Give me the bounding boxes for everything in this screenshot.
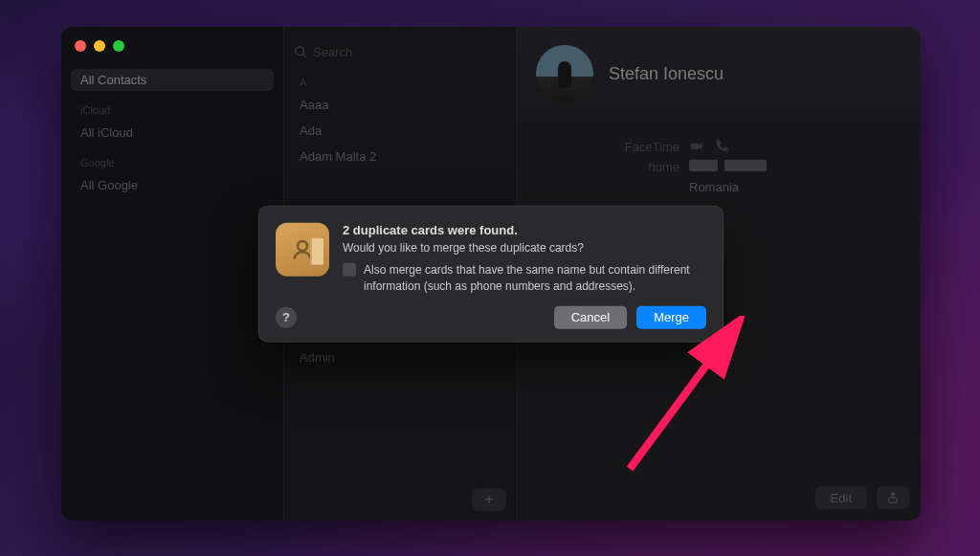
- merge-button[interactable]: Merge: [636, 305, 706, 328]
- groups-sidebar: All Contacts iCloud All iCloud Google Al…: [61, 27, 283, 521]
- also-merge-checkbox[interactable]: [343, 263, 356, 277]
- dialog-subtitle: Would you like to merge these duplicate …: [343, 241, 706, 255]
- svg-point-4: [298, 241, 307, 251]
- list-item[interactable]: Adam Malta 2: [284, 144, 516, 169]
- list-item[interactable]: Admin: [284, 345, 516, 370]
- avatar[interactable]: [536, 45, 593, 102]
- dialog-title: 2 duplicate cards were found.: [343, 223, 706, 237]
- list-item[interactable]: Ada: [284, 118, 516, 144]
- help-button[interactable]: ?: [276, 306, 297, 327]
- list-item[interactable]: [284, 181, 516, 192]
- close-window-button[interactable]: [75, 40, 86, 52]
- sidebar-item-all-contacts[interactable]: All Contacts: [71, 69, 274, 91]
- list-item[interactable]: [284, 169, 516, 181]
- minimize-window-button[interactable]: [94, 40, 105, 52]
- contact-name: Stefan Ionescu: [609, 64, 724, 84]
- contacts-app-icon: [276, 223, 329, 277]
- sidebar-section-header-google: Google: [71, 147, 274, 170]
- search-field[interactable]: Search: [294, 34, 506, 69]
- share-button[interactable]: [877, 486, 909, 509]
- search-icon: [294, 45, 307, 58]
- list-section-letter: A: [284, 73, 516, 92]
- cancel-button[interactable]: Cancel: [554, 305, 627, 328]
- svg-point-0: [296, 47, 304, 56]
- sidebar-item-all-google[interactable]: All Google: [71, 174, 274, 196]
- contacts-window: All Contacts iCloud All iCloud Google Al…: [61, 27, 921, 521]
- window-traffic-lights: [75, 40, 124, 52]
- facetime-label: FaceTime: [517, 140, 679, 154]
- search-placeholder: Search: [313, 45, 352, 59]
- home-label: home: [517, 160, 679, 174]
- share-icon: [886, 491, 900, 504]
- also-merge-label: Also merge cards that have the same name…: [364, 262, 706, 295]
- list-item[interactable]: [284, 192, 516, 204]
- country-value: Romania: [689, 180, 739, 194]
- svg-line-1: [303, 55, 307, 58]
- contact-fields: FaceTime home Romania: [517, 121, 921, 212]
- sidebar-item-all-icloud[interactable]: All iCloud: [71, 122, 274, 144]
- list-item[interactable]: Aaaa: [284, 92, 516, 118]
- edit-button[interactable]: Edit: [815, 486, 867, 509]
- home-value-redacted: [689, 160, 767, 174]
- sidebar-section-header-icloud: iCloud: [71, 95, 274, 118]
- contact-header: Stefan Ionescu: [517, 27, 921, 121]
- svg-rect-2: [691, 144, 699, 150]
- add-contact-button[interactable]: +: [472, 488, 506, 511]
- video-icon[interactable]: [689, 139, 704, 154]
- svg-rect-3: [889, 498, 897, 502]
- phone-icon[interactable]: [714, 139, 729, 154]
- zoom-window-button[interactable]: [113, 40, 124, 52]
- duplicates-dialog: 2 duplicate cards were found. Would you …: [258, 206, 724, 343]
